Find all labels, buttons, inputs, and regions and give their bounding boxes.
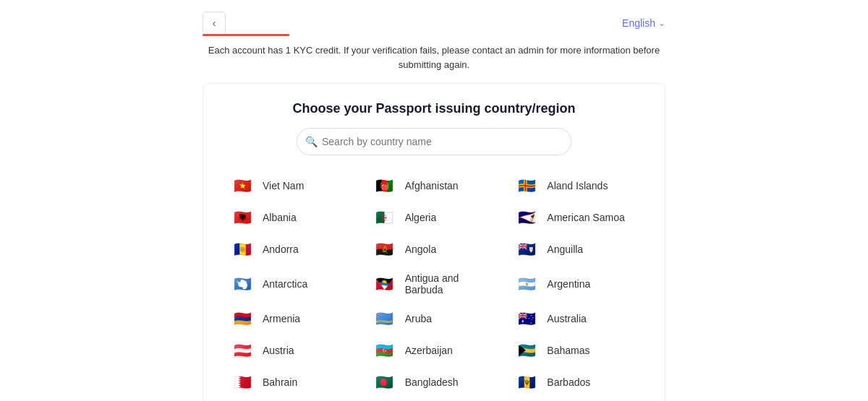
section-title: Choose your Passport issuing country/reg…: [221, 101, 647, 116]
country-flag: 🇩🇿: [372, 209, 398, 226]
country-item[interactable]: 🇦🇽Aland Islands: [505, 170, 647, 202]
language-selector[interactable]: English ⌄: [622, 17, 665, 29]
country-item[interactable]: 🇻🇳Viet Nam: [221, 170, 363, 202]
back-button[interactable]: ‹: [203, 12, 226, 35]
country-item[interactable]: 🇦🇼Aruba: [363, 303, 506, 335]
countries-grid: 🇻🇳Viet Nam🇦🇫Afghanistan🇦🇽Aland Islands🇦🇱…: [221, 170, 647, 398]
country-item[interactable]: 🇦🇶Antarctica: [221, 265, 363, 303]
country-item[interactable]: 🇦🇫Afghanistan: [363, 170, 506, 202]
country-flag: 🇦🇴: [372, 241, 398, 258]
country-name: Bahrain: [263, 376, 297, 388]
search-input[interactable]: [297, 128, 571, 155]
country-flag: 🇦🇷: [514, 275, 540, 293]
chevron-down-icon: ⌄: [658, 18, 665, 28]
country-name: Barbados: [547, 376, 590, 388]
country-flag: 🇦🇺: [514, 310, 540, 327]
country-name: Algeria: [405, 212, 437, 223]
country-name: Aland Islands: [547, 180, 608, 191]
country-name: Australia: [547, 313, 586, 324]
country-name: Bahamas: [547, 345, 590, 356]
country-flag: 🇦🇹: [229, 342, 255, 359]
search-wrapper: 🔍: [221, 128, 647, 155]
progress-bar: [203, 34, 289, 36]
country-name: Angola: [405, 243, 437, 255]
country-name: Antigua and Barbuda: [405, 272, 497, 296]
country-item[interactable]: 🇩🇿Algeria: [363, 202, 506, 233]
country-name: Aruba: [405, 313, 432, 324]
country-item[interactable]: 🇧🇧Barbados: [505, 366, 647, 398]
country-flag: 🇦🇼: [372, 310, 398, 327]
country-item[interactable]: 🇦🇸American Samoa: [505, 202, 647, 233]
country-item[interactable]: 🇦🇮Anguilla: [505, 233, 647, 265]
country-name: Azerbaijan: [405, 345, 453, 356]
country-item[interactable]: 🇦🇩Andorra: [221, 233, 363, 265]
country-name: Armenia: [263, 313, 300, 324]
country-flag: 🇻🇳: [229, 177, 255, 194]
country-flag: 🇧🇩: [372, 374, 398, 391]
country-name: Antarctica: [263, 278, 307, 290]
subtitle-text: Each account has 1 KYC credit. If your v…: [0, 35, 868, 72]
country-item[interactable]: 🇧🇭Bahrain: [221, 366, 363, 398]
country-item[interactable]: 🇧🇸Bahamas: [505, 335, 647, 366]
top-bar: ‹ English ⌄: [0, 0, 868, 35]
country-item[interactable]: 🇦🇷Argentina: [505, 265, 647, 303]
country-flag: 🇦🇲: [229, 310, 255, 327]
country-name: Andorra: [263, 243, 299, 255]
main-panel: Choose your Passport issuing country/reg…: [203, 83, 665, 401]
country-name: Afghanistan: [405, 180, 459, 191]
country-flag: 🇦🇩: [229, 241, 255, 258]
country-flag: 🇦🇽: [514, 177, 540, 194]
country-item[interactable]: 🇦🇴Angola: [363, 233, 506, 265]
country-flag: 🇧🇭: [229, 374, 255, 391]
search-container: 🔍: [297, 128, 571, 155]
country-item[interactable]: 🇧🇩Bangladesh: [363, 366, 506, 398]
page-wrapper: ‹ English ⌄ Each account has 1 KYC credi…: [0, 0, 868, 401]
country-name: Austria: [263, 345, 294, 356]
country-name: Albania: [263, 212, 297, 223]
country-name: Argentina: [547, 278, 590, 290]
country-item[interactable]: 🇦🇿Azerbaijan: [363, 335, 506, 366]
country-flag: 🇧🇧: [514, 374, 540, 391]
back-icon: ‹: [213, 17, 216, 29]
language-label: English: [622, 17, 655, 29]
country-flag: 🇦🇫: [372, 177, 398, 194]
country-flag: 🇦🇸: [514, 209, 540, 226]
country-name: American Samoa: [547, 212, 624, 223]
country-flag: 🇧🇸: [514, 342, 540, 359]
country-flag: 🇦🇱: [229, 209, 255, 226]
country-item[interactable]: 🇦🇺Australia: [505, 303, 647, 335]
country-item[interactable]: 🇦🇹Austria: [221, 335, 363, 366]
country-name: Viet Nam: [263, 180, 304, 191]
country-flag: 🇦🇬: [372, 275, 398, 293]
country-name: Anguilla: [547, 243, 583, 255]
country-name: Bangladesh: [405, 376, 459, 388]
country-flag: 🇦🇶: [229, 275, 255, 293]
search-icon: 🔍: [305, 136, 318, 147]
country-item[interactable]: 🇦🇬Antigua and Barbuda: [363, 265, 506, 303]
country-flag: 🇦🇮: [514, 241, 540, 258]
kyc-info: Each account has 1 KYC credit. If your v…: [203, 43, 665, 72]
country-flag: 🇦🇿: [372, 342, 398, 359]
country-item[interactable]: 🇦🇲Armenia: [221, 303, 363, 335]
country-item[interactable]: 🇦🇱Albania: [221, 202, 363, 233]
